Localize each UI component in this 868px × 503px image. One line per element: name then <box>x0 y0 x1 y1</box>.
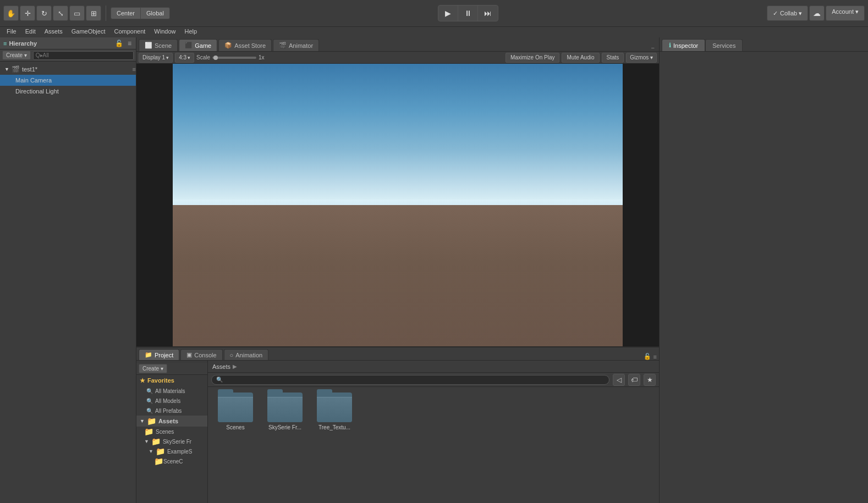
project-tag-btn[interactable]: 🏷 <box>628 374 640 386</box>
sub-arrow: ▼ <box>144 439 149 444</box>
step-btn[interactable]: ⏭ <box>478 5 498 21</box>
game-tab-label: Game <box>195 42 211 49</box>
pivot-toggle[interactable]: Center Global <box>111 7 170 19</box>
asset-store-tab-label: Asset Store <box>234 42 266 49</box>
display-arrow: ▾ <box>166 55 169 60</box>
assets-header[interactable]: ▼ 📁 Assets <box>136 416 207 427</box>
hierarchy-scene[interactable]: ▼ 🎬 test1* ≡ <box>0 64 136 75</box>
bottom-panels: 📁 Project ▣ Console ○ Animation 🔓 ≡ <box>136 346 659 503</box>
asset-tree-texture[interactable]: Tree_Textu... <box>312 393 356 430</box>
asset-folder-tree <box>317 393 352 422</box>
project-sidebar-toolbar: Create ▾ <box>136 363 207 375</box>
center-area: ⬜ Scene ⬛ Game 📦 Asset Store 🎬 Animator … <box>136 37 659 503</box>
hierarchy-search-input[interactable] <box>33 51 134 60</box>
project-search-input[interactable] <box>211 375 609 385</box>
hierarchy-toolbar: Create ▾ <box>0 49 136 62</box>
tab-asset-store[interactable]: 📦 Asset Store <box>218 39 272 51</box>
mute-audio-btn[interactable]: Mute Audio <box>562 53 599 63</box>
favorites-header[interactable]: ★ Favorites <box>136 375 207 386</box>
tab-scene[interactable]: ⬜ Scene <box>139 39 178 51</box>
scene-collapse-btn[interactable]: − <box>649 45 657 51</box>
hierarchy-item-main-camera[interactable]: Main Camera <box>0 75 136 86</box>
hierarchy-header: ≡ Hierarchy 🔓 ≡ <box>0 37 136 49</box>
bottom-lock-btn[interactable]: 🔓 <box>644 353 651 360</box>
project-star-btn[interactable]: ★ <box>644 374 656 386</box>
hierarchy-create-btn[interactable]: Create ▾ <box>2 51 31 60</box>
asset-store-tab-icon: 📦 <box>224 42 232 49</box>
menu-bar: File Edit Assets GameObject Component Wi… <box>0 26 868 37</box>
sidebar-all-materials[interactable]: 🔍 All Materials <box>136 386 207 396</box>
sidebar-all-prefabs[interactable]: 🔍 All Prefabs <box>136 406 207 416</box>
animation-tab-label: Animation <box>235 352 262 358</box>
menu-component[interactable]: Component <box>109 27 150 37</box>
project-tab-label: Project <box>155 352 173 358</box>
pause-btn[interactable]: ⏸ <box>458 5 478 21</box>
main-camera-label: Main Camera <box>15 77 52 84</box>
asset-folder-skyserie <box>267 393 303 422</box>
move-tool-btn[interactable]: ✛ <box>20 5 35 21</box>
asset-folder-scenes <box>218 393 253 422</box>
scale-slider[interactable] <box>212 57 256 59</box>
letterbox-left <box>136 64 173 346</box>
assets-breadcrumb: Assets ▶ <box>208 361 659 373</box>
menu-edit[interactable]: Edit <box>21 27 40 37</box>
tab-animator[interactable]: 🎬 Animator <box>273 39 319 51</box>
sidebar-all-models[interactable]: 🔍 All Models <box>136 396 207 406</box>
tab-project[interactable]: 📁 Project <box>139 349 179 360</box>
search-icon: 🔍 <box>146 408 153 414</box>
menu-assets[interactable]: Assets <box>40 27 67 37</box>
console-tab-label: Console <box>194 352 216 358</box>
menu-gameobject[interactable]: GameObject <box>67 27 110 37</box>
sidebar-skyserie[interactable]: ▼ 📁 SkySerie Fr <box>136 436 207 446</box>
project-sidebar: Create ▾ ★ Favorites 🔍 All Materials 🔍 A… <box>136 361 208 503</box>
global-btn[interactable]: Global <box>141 8 169 19</box>
sidebar-scenec[interactable]: 📁 SceneC <box>136 456 207 466</box>
account-btn[interactable]: Account ▾ <box>826 5 865 21</box>
scale-tool-btn[interactable]: ⤡ <box>53 5 68 21</box>
center-btn[interactable]: Center <box>111 8 141 19</box>
bottom-content: Create ▾ ★ Favorites 🔍 All Materials 🔍 A… <box>136 361 659 503</box>
maximize-on-play-btn[interactable]: Maximize On Play <box>506 53 560 63</box>
transform-tool-btn[interactable]: ⊞ <box>86 5 101 21</box>
cloud-btn[interactable]: ☁ <box>809 5 825 21</box>
game-view <box>136 64 659 346</box>
animation-tab-icon: ○ <box>230 352 234 358</box>
stats-btn[interactable]: Stats <box>602 53 624 63</box>
rotate-tool-btn[interactable]: ↻ <box>36 5 52 21</box>
menu-file[interactable]: File <box>2 27 21 37</box>
asset-scenes-label: Scenes <box>226 424 244 430</box>
hand-tool-btn[interactable]: ✋ <box>3 5 19 21</box>
bottom-panel-btns: 🔓 ≡ <box>644 353 657 360</box>
sidebar-examples[interactable]: ▼ 📁 ExampleS <box>136 446 207 456</box>
menu-window[interactable]: Window <box>150 27 180 37</box>
top-toolbar: ✋ ✛ ↻ ⤡ ▭ ⊞ Center Global ▶ ⏸ ⏭ ✓ Collab… <box>0 0 868 26</box>
tab-services[interactable]: Services <box>705 39 743 51</box>
inspector-panel: ℹ Inspector Services <box>659 37 868 503</box>
tab-console[interactable]: ▣ Console <box>180 349 222 360</box>
asset-scenes[interactable]: Scenes <box>213 393 257 430</box>
asset-skyserie[interactable]: SkySerie Fr... <box>263 393 307 430</box>
project-nav-left-btn[interactable]: ◁ <box>613 374 625 386</box>
tab-game[interactable]: ⬛ Game <box>179 39 217 51</box>
rect-tool-btn[interactable]: ▭ <box>69 5 85 21</box>
hierarchy-item-directional-light[interactable]: Directional Light <box>0 86 136 97</box>
search-icon: 🔍 <box>146 388 153 394</box>
hierarchy-lock-btn[interactable]: 🔓 <box>114 40 124 47</box>
project-create-btn[interactable]: Create ▾ <box>139 364 167 373</box>
tab-inspector[interactable]: ℹ Inspector <box>662 39 705 51</box>
display-select[interactable]: Display 1 ▾ <box>139 53 173 63</box>
menu-help[interactable]: Help <box>180 27 201 37</box>
game-tab-icon: ⬛ <box>185 42 193 49</box>
collab-btn[interactable]: ✓ Collab ▾ <box>767 5 808 21</box>
scene-game-tabs: ⬜ Scene ⬛ Game 📦 Asset Store 🎬 Animator … <box>136 37 659 52</box>
scale-group: Scale 1x <box>196 54 265 60</box>
play-btn[interactable]: ▶ <box>438 5 458 21</box>
sidebar-scenes[interactable]: 📁 Scenes <box>136 427 207 436</box>
aspect-select[interactable]: 4:3 ▾ <box>175 53 194 63</box>
hierarchy-content: ▼ 🎬 test1* ≡ Main Camera Directional Lig… <box>0 62 136 503</box>
inspector-content <box>660 52 868 503</box>
bottom-menu-btn[interactable]: ≡ <box>653 353 657 360</box>
hierarchy-menu-btn[interactable]: ≡ <box>127 40 133 47</box>
tab-animation[interactable]: ○ Animation <box>224 349 269 360</box>
gizmos-btn[interactable]: Gizmos ▾ <box>626 53 657 63</box>
